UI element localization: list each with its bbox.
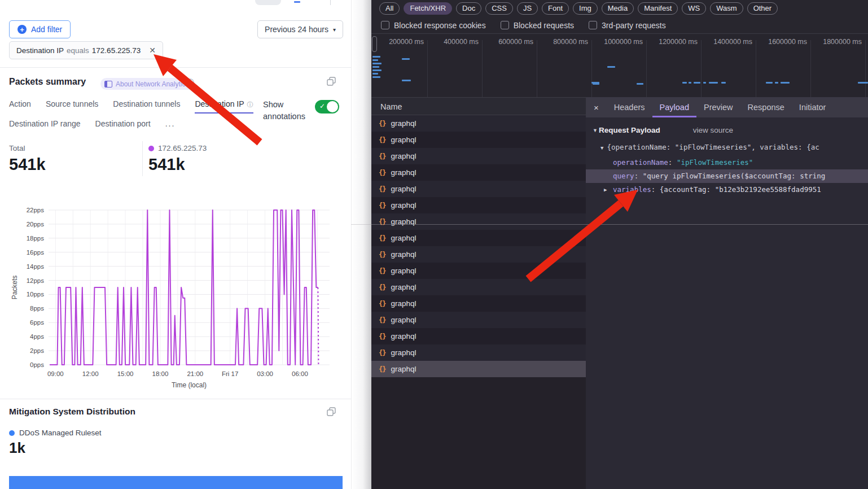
tab-destination-port[interactable]: Destination port bbox=[95, 119, 151, 132]
request-row[interactable]: {}graphql bbox=[371, 164, 586, 181]
filter-pill-js[interactable]: JS bbox=[517, 2, 538, 15]
network-waterfall-overview[interactable]: 200000 ms400000 ms600000 ms800000 ms1000… bbox=[371, 34, 868, 98]
legend-dot bbox=[148, 146, 154, 151]
request-row[interactable]: {}graphql bbox=[371, 148, 586, 164]
detail-tab-headers[interactable]: Headers bbox=[607, 97, 652, 117]
mitigation-legend: DDoS Managed Ruleset bbox=[9, 429, 102, 437]
request-row[interactable]: {}graphql bbox=[371, 181, 586, 197]
payload-row-variables[interactable]: ▶variables: {accountTag: "b12e3b2192ee55… bbox=[586, 183, 868, 197]
request-row[interactable]: {}graphql bbox=[371, 132, 586, 148]
stats-divider bbox=[142, 141, 143, 176]
filter-pill-all[interactable]: All bbox=[379, 2, 400, 15]
filter-pill-other[interactable]: Other bbox=[747, 2, 778, 15]
name-column-header[interactable]: Name bbox=[371, 97, 586, 115]
filter-chip[interactable]: Destination IP equals 172.65.225.73 ✕ bbox=[9, 41, 163, 59]
detail-tab-preview[interactable]: Preview bbox=[696, 97, 740, 117]
chevron-down-icon: ▾ bbox=[333, 27, 336, 33]
svg-text:03:00: 03:00 bbox=[257, 370, 273, 377]
filter-pill-font[interactable]: Font bbox=[542, 2, 569, 15]
checkbox-3rd-party-requests[interactable]: 3rd-party requests bbox=[589, 21, 666, 30]
filter-pill-css[interactable]: CSS bbox=[485, 2, 513, 15]
view-source-link[interactable]: view source bbox=[693, 126, 733, 134]
request-timing-marker bbox=[372, 56, 380, 58]
request-name: graphql bbox=[391, 152, 416, 160]
request-timing-marker bbox=[766, 82, 773, 84]
show-annotations-toggle[interactable]: ✓ bbox=[315, 100, 339, 113]
add-filter-button[interactable]: + Add filter bbox=[9, 20, 71, 38]
tab-action[interactable]: Action bbox=[9, 99, 31, 113]
request-timing-marker bbox=[709, 82, 718, 84]
request-row[interactable]: {}graphql bbox=[371, 295, 586, 312]
payload-row-operationname[interactable]: operationName: "ipFlowTimeseries" bbox=[586, 156, 868, 169]
json-file-icon: {} bbox=[379, 136, 385, 144]
svg-text:12pps: 12pps bbox=[27, 277, 45, 284]
stat-172-65-225-73: 172.65.225.73541k bbox=[148, 144, 207, 174]
filter-pill-ws[interactable]: WS bbox=[682, 2, 706, 15]
expand-triangle-icon[interactable]: ▶ bbox=[604, 183, 607, 197]
request-row[interactable]: {}graphql bbox=[371, 279, 586, 295]
request-name: graphql bbox=[391, 136, 416, 144]
request-name: graphql bbox=[391, 332, 416, 340]
request-row[interactable]: {}graphql bbox=[371, 344, 586, 361]
json-file-icon: {} bbox=[379, 169, 385, 177]
request-row[interactable]: {}graphql bbox=[371, 263, 586, 279]
request-row[interactable]: {}graphql bbox=[371, 197, 586, 213]
summary-tabs-row2: Destination IP rangeDestination port... bbox=[9, 119, 175, 132]
detail-tab-payload[interactable]: Payload bbox=[652, 97, 696, 117]
about-network-analytics-badge[interactable]: About Network Analytics bbox=[100, 78, 195, 90]
request-row[interactable]: {}graphql bbox=[371, 246, 586, 263]
close-icon[interactable]: × bbox=[586, 97, 607, 117]
request-name: graphql bbox=[391, 185, 416, 193]
request-row[interactable]: {}graphql bbox=[371, 361, 586, 377]
request-row[interactable]: {}graphql bbox=[371, 312, 586, 328]
filter-pill-media[interactable]: Media bbox=[602, 2, 634, 15]
request-payload-section[interactable]: ▼ Request Payload view source bbox=[586, 124, 868, 139]
request-name: graphql bbox=[391, 234, 416, 242]
request-timing-marker bbox=[372, 76, 380, 78]
summary-tabs-row1: ActionSource tunnelsDestination tunnelsD… bbox=[9, 99, 253, 113]
filter-pill-doc[interactable]: Doc bbox=[456, 2, 481, 15]
request-name: graphql bbox=[391, 283, 416, 291]
checkbox-blocked-requests[interactable]: Blocked requests bbox=[501, 21, 574, 30]
tab-destination-ip[interactable]: Destination IPⓘ bbox=[195, 99, 253, 113]
show-annotations-label: Show annotations bbox=[263, 99, 312, 123]
request-timing-marker bbox=[372, 63, 382, 64]
svg-text:0pps: 0pps bbox=[30, 361, 44, 368]
svg-text:12:00: 12:00 bbox=[82, 370, 99, 377]
request-row[interactable]: {}graphql bbox=[371, 230, 586, 246]
request-row[interactable]: {}graphql bbox=[371, 328, 586, 344]
svg-text:21:00: 21:00 bbox=[187, 370, 203, 377]
filter-pill-manifest[interactable]: Manifest bbox=[638, 2, 678, 15]
checkbox-icon[interactable] bbox=[501, 21, 509, 29]
tab-source-tunnels[interactable]: Source tunnels bbox=[46, 99, 98, 113]
filter-pill-img[interactable]: Img bbox=[573, 2, 598, 15]
tab-destination-ip-range[interactable]: Destination IP range bbox=[9, 119, 81, 132]
remove-filter-icon[interactable]: ✕ bbox=[149, 46, 156, 55]
json-file-icon: {} bbox=[379, 267, 385, 275]
request-row[interactable]: {}graphql bbox=[371, 213, 586, 230]
request-timing-marker bbox=[689, 82, 691, 84]
tab-destination-tunnels[interactable]: Destination tunnels bbox=[113, 99, 180, 113]
checkbox-icon[interactable] bbox=[381, 21, 389, 29]
request-list: Name {}graphql{}graphql{}graphql{}graphq… bbox=[371, 97, 586, 489]
json-file-icon: {} bbox=[379, 120, 385, 128]
copy-icon[interactable] bbox=[326, 76, 336, 86]
checkbox-icon[interactable] bbox=[589, 21, 597, 29]
filter-pill-wasm[interactable]: Wasm bbox=[710, 2, 743, 15]
copy-icon[interactable] bbox=[326, 407, 336, 417]
toolbar-fragment-divider bbox=[330, 0, 331, 5]
request-row[interactable]: {}graphql bbox=[371, 115, 586, 132]
detail-tab-initiator[interactable]: Initiator bbox=[792, 97, 834, 117]
request-timing-marker bbox=[402, 80, 411, 81]
detail-tab-response[interactable]: Response bbox=[740, 97, 792, 117]
more-tabs-button[interactable]: ... bbox=[165, 119, 176, 132]
payload-row-query[interactable]: query: "query ipFlowTimeseries($accountT… bbox=[586, 169, 868, 183]
checkbox-blocked-response-cookies[interactable]: Blocked response cookies bbox=[381, 21, 486, 30]
page-title: All traffic bbox=[8, 0, 121, 2]
mitigation-bar bbox=[9, 476, 343, 489]
time-range-dropdown[interactable]: Previous 24 hours ▾ bbox=[257, 20, 343, 38]
payload-preview-line[interactable]: ▼{operationName: "ipFlowTimeseries", var… bbox=[586, 139, 868, 156]
request-timing-marker bbox=[775, 82, 778, 84]
json-file-icon: {} bbox=[379, 251, 385, 259]
filter-pill-fetch-xhr[interactable]: Fetch/XHR bbox=[404, 2, 452, 15]
